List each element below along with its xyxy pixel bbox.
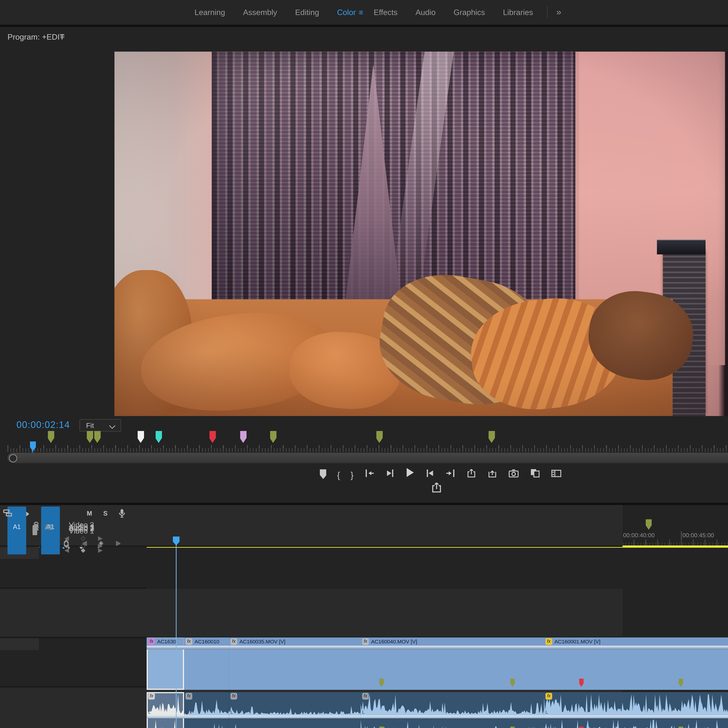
multi-camera-button[interactable]	[529, 468, 540, 481]
clip-name-bar: fxAC160040.MOV [V]	[361, 638, 544, 646]
transport-controls: {}	[0, 467, 728, 480]
sequence-marker[interactable]	[240, 431, 246, 443]
channel-label: L	[362, 710, 365, 714]
step-forward-button[interactable]	[425, 468, 434, 481]
audio-lane-left: fxL	[361, 692, 544, 715]
clip-marker[interactable]	[579, 726, 584, 728]
chevron-down-icon	[109, 422, 115, 429]
program-current-timecode[interactable]: 00:00:02:14	[17, 420, 70, 430]
sequence-marker[interactable]	[488, 431, 495, 443]
go-to-in-button[interactable]	[364, 468, 375, 481]
sequence-marker[interactable]	[155, 431, 162, 443]
export-frame-button[interactable]	[508, 468, 519, 481]
audio-lane-right: R	[544, 718, 728, 728]
workspace-tab-editing[interactable]: Editing	[286, 1, 328, 23]
sequence-marker[interactable]	[209, 431, 216, 443]
clip-name-label: AC160001.MOV [V]	[554, 639, 601, 644]
program-marker-lane	[0, 431, 728, 444]
audio-lane-right: R	[229, 718, 361, 728]
sequence-marker[interactable]	[47, 431, 54, 443]
audio-lane-right: R	[147, 718, 184, 728]
workspace-tab-learning[interactable]: Learning	[185, 1, 234, 23]
lift-button[interactable]	[466, 468, 476, 481]
zoom-level-select[interactable]: Fit	[80, 419, 121, 432]
fx-badge-icon[interactable]: fx	[231, 638, 237, 645]
video-clip[interactable]: fxAC1630	[147, 638, 185, 690]
clip-name-bar: fxAC1630	[147, 638, 184, 646]
audio-lane-left: fxL	[184, 692, 229, 715]
audio-lane-left: fxL	[544, 692, 728, 715]
sequence-marker[interactable]	[137, 431, 144, 443]
channel-label: L	[545, 710, 548, 714]
sequence-marker[interactable]	[87, 431, 93, 443]
program-panel-menu-icon[interactable]: ≡	[60, 31, 65, 40]
program-monitor-panel: Program: +EDIT ≡ 00:00:02:	[0, 27, 728, 503]
audio-clip[interactable]: fxLR	[229, 692, 361, 728]
active-tab-menu-icon[interactable]: ≡	[359, 8, 363, 17]
sequence-marker[interactable]	[94, 431, 101, 443]
audio-clip[interactable]: fxLR	[361, 692, 545, 728]
clip-marker[interactable]	[379, 726, 384, 728]
clip-name-label: AC1630	[157, 639, 176, 644]
fx-badge-icon[interactable]: fx	[148, 693, 155, 700]
lane-divider-stripe	[147, 715, 184, 718]
audio-clip[interactable]: fxLR	[184, 692, 229, 728]
play-button[interactable]	[404, 467, 415, 481]
video-clip[interactable]: fxAC160001.MOV [V]	[544, 638, 728, 690]
channel-label: L	[231, 710, 233, 714]
clip-name-label: AC160010	[194, 639, 219, 644]
workspace-tab-assembly[interactable]: Assembly	[234, 1, 286, 23]
program-mini-ruler[interactable]	[8, 444, 728, 452]
fx-badge-icon[interactable]: fx	[185, 638, 192, 645]
export-media-button[interactable]	[431, 482, 442, 496]
audio-lane-right: R	[184, 718, 229, 728]
clip-name-label: AC160040.MOV [V]	[371, 639, 417, 644]
lane-divider-stripe	[544, 715, 728, 718]
audio-clip[interactable]: fxLR	[544, 692, 728, 728]
channel-label: L	[148, 710, 151, 714]
workspace-overflow-button[interactable]: »	[547, 1, 570, 23]
premiere-app-window: LearningAssemblyEditingColor≡EffectsAudi…	[0, 0, 728, 728]
clip-highlight-stripe	[361, 646, 544, 650]
vignette-overlay	[115, 52, 728, 416]
clip-highlight-stripe	[147, 646, 184, 650]
step-back-button[interactable]	[385, 468, 394, 481]
mark-in-button[interactable]: {	[337, 468, 340, 481]
fx-badge-icon[interactable]: fx	[185, 693, 192, 700]
clip-highlight-stripe	[229, 646, 361, 650]
workspace-tab-graphics[interactable]: Graphics	[445, 1, 494, 23]
go-to-out-button[interactable]	[445, 468, 455, 481]
workspace-tab-libraries[interactable]: Libraries	[494, 1, 542, 23]
program-scrollbar[interactable]	[8, 453, 728, 463]
clip-marker[interactable]	[679, 726, 683, 728]
fx-badge-icon[interactable]: fx	[148, 638, 155, 645]
workspace-tab-audio[interactable]: Audio	[407, 1, 445, 23]
clip-highlight-stripe	[544, 646, 728, 650]
extract-button[interactable]	[487, 468, 497, 481]
workspace-bar: LearningAssemblyEditingColor≡EffectsAudi…	[0, 0, 728, 27]
lane-divider-stripe	[361, 715, 544, 718]
audio-clip[interactable]: fxLR	[147, 692, 185, 728]
workspace-tabs: LearningAssemblyEditingColor≡EffectsAudi…	[185, 1, 570, 23]
sequence-marker[interactable]	[376, 431, 382, 443]
audio-lane-left: fxL	[229, 692, 361, 715]
timeline-panel: × +EDIT ≡ 00:00:02:14 :00:0000:00:05:000…	[0, 505, 728, 728]
workspace-tab-effects[interactable]: Effects	[365, 1, 407, 23]
comparison-view-button[interactable]	[551, 468, 561, 481]
sequence-marker[interactable]	[270, 431, 277, 443]
fx-badge-icon[interactable]: fx	[545, 638, 552, 645]
mark-out-button[interactable]: }	[350, 468, 354, 481]
video-clip[interactable]: fxAC160040.MOV [V]	[361, 638, 545, 690]
fx-badge-icon[interactable]: fx	[545, 693, 552, 700]
timeline-playhead-line	[176, 544, 177, 728]
video-clip[interactable]: fxAC160035.MOV [V]	[229, 638, 361, 690]
add-marker-button[interactable]	[320, 469, 327, 479]
fx-badge-icon[interactable]: fx	[362, 693, 369, 700]
video-clip[interactable]: fxAC160010	[184, 638, 229, 690]
channel-label: L	[185, 710, 188, 714]
fx-badge-icon[interactable]: fx	[362, 638, 369, 645]
scrollbar-left-handle[interactable]	[9, 454, 17, 462]
clip-layer: fxAC1630fxAC160010fxAC160035.MOV [V]fxAC…	[0, 505, 728, 728]
clip-marker[interactable]	[510, 726, 515, 728]
fx-badge-icon[interactable]: fx	[231, 693, 237, 700]
